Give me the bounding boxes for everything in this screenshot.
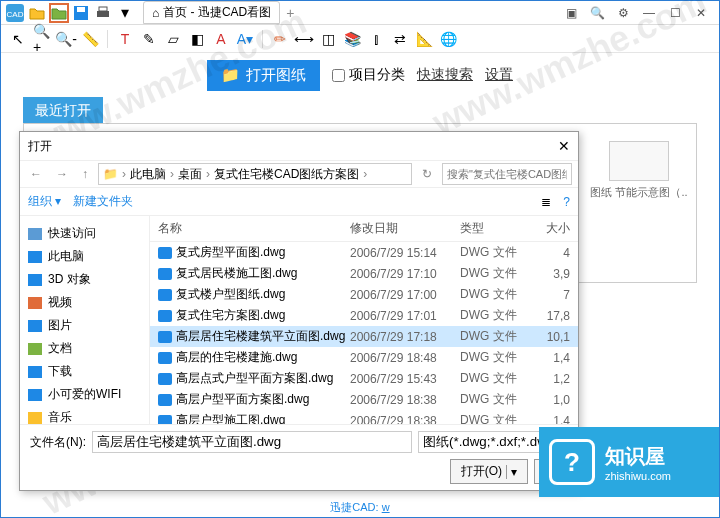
dialog-nav: ← → ↑ 📁 › 此电脑 › 桌面 › 复式住宅楼CAD图纸方案图 › ↻ [20,160,578,188]
col-name[interactable]: 名称 [158,220,350,237]
open-button[interactable]: 打开(O)▾ [450,459,528,484]
file-type: DWG 文件 [460,244,530,261]
file-name: 高层户型施工图.dwg [176,412,350,424]
file-row[interactable]: 复式居民楼施工图.dwg2006/7/29 17:10DWG 文件3,9 [150,263,578,284]
refresh-icon[interactable]: ↻ [418,165,436,183]
open-file-icon[interactable] [27,3,47,23]
dialog-titlebar: 打开 ✕ [20,132,578,160]
file-type: DWG 文件 [460,349,530,366]
quick-access-toolbar: CAD ▾ [5,3,135,23]
app-icon[interactable]: CAD [5,3,25,23]
sidebar-item[interactable]: 音乐 [24,406,145,424]
folder-icon [28,297,42,309]
file-row[interactable]: 复式住宅方案图.dwg2006/7/29 17:01DWG 文件17,8 [150,305,578,326]
text-icon[interactable]: T [116,30,134,48]
dropdown-icon[interactable]: ▾ [115,3,135,23]
convert-icon[interactable]: ⇄ [391,30,409,48]
sidebar-item[interactable]: 快速访问 [24,222,145,245]
dwg-icon [158,331,172,343]
right-thumbnail[interactable]: 图纸 节能示意图（.. [589,141,689,200]
file-name: 复式住宅方案图.dwg [176,307,350,324]
sidebar-item-label: 3D 对象 [48,271,91,288]
col-size[interactable]: 大小 [530,220,570,237]
credit-link[interactable]: w [382,501,390,513]
category-checkbox[interactable]: 项目分类 [332,66,405,84]
open-drawing-icon[interactable] [49,3,69,23]
sidebar-item[interactable]: 文档 [24,337,145,360]
file-date: 2006/7/29 18:38 [350,414,460,425]
folder-icon [28,389,42,401]
svg-rect-3 [77,7,85,12]
eraser-icon[interactable]: ◫ [319,30,337,48]
sidebar-item[interactable]: 图片 [24,314,145,337]
file-row[interactable]: 复式房型平面图.dwg2006/7/29 15:14DWG 文件4 [150,242,578,263]
annotate-icon[interactable]: ✎ [140,30,158,48]
file-name: 复式居民楼施工图.dwg [176,265,350,282]
view-mode-icon[interactable]: ≣ [541,195,551,209]
ruler-icon[interactable]: 📐 [415,30,433,48]
quick-search-link[interactable]: 快速搜索 [417,66,473,84]
file-row[interactable]: 高层户型平面方案图.dwg2006/7/29 18:38DWG 文件1,0 [150,389,578,410]
file-date: 2006/7/29 17:10 [350,267,460,281]
col-type[interactable]: 类型 [460,220,530,237]
home-icon: ⌂ [152,6,159,20]
layers-icon[interactable]: 📚 [343,30,361,48]
search-input[interactable] [442,163,572,185]
new-folder-button[interactable]: 新建文件夹 [73,193,133,210]
skin-icon[interactable]: ▣ [563,6,579,20]
filename-input[interactable] [92,431,412,453]
print-icon[interactable] [93,3,113,23]
zoom-out-icon[interactable]: 🔍- [57,30,75,48]
nav-forward-icon[interactable]: → [52,165,72,183]
dialog-footer: 文件名(N): 打开(O)▾ 取 [20,424,578,490]
file-row[interactable]: 高层居住宅楼建筑平立面图.dwg2006/7/29 17:18DWG 文件10,… [150,326,578,347]
col-date[interactable]: 修改日期 [350,220,460,237]
separator [107,30,108,48]
file-type: DWG 文件 [460,370,530,387]
dialog-sidebar: 快速访问此电脑3D 对象视频图片文档下载小可爱的WIFI音乐桌面 [20,216,150,424]
credit-bar: 迅捷CAD: w [1,500,719,515]
sidebar-item[interactable]: 视频 [24,291,145,314]
svg-rect-4 [97,11,109,17]
dwg-icon [158,394,172,406]
dwg-icon [158,268,172,280]
breadcrumb-seg[interactable]: 此电脑 [130,166,166,183]
breadcrumb-seg[interactable]: 桌面 [178,166,202,183]
file-size: 1,4 [530,414,570,425]
file-size: 10,1 [530,330,570,344]
folder-icon [28,228,42,240]
sidebar-item[interactable]: 下载 [24,360,145,383]
file-date: 2006/7/29 17:00 [350,288,460,302]
save-icon[interactable] [71,3,91,23]
zoom-in-icon[interactable]: 🔍+ [33,30,51,48]
sidebar-item-label: 下载 [48,363,72,380]
measure-icon[interactable]: 📏 [81,30,99,48]
breadcrumb-seg[interactable]: 复式住宅楼CAD图纸方案图 [214,166,359,183]
file-row[interactable]: 复式楼户型图纸.dwg2006/7/29 17:00DWG 文件7 [150,284,578,305]
nav-up-icon[interactable]: ↑ [78,165,92,183]
globe-icon[interactable]: 🌐 [439,30,457,48]
sidebar-item[interactable]: 小可爱的WIFI [24,383,145,406]
nav-back-icon[interactable]: ← [26,165,46,183]
pointer-icon[interactable]: ↖ [9,30,27,48]
sidebar-item[interactable]: 3D 对象 [24,268,145,291]
brand-icon: ? [549,439,595,485]
file-row[interactable]: 高层点式户型平面方案图.dwg2006/7/29 15:43DWG 文件1,2 [150,368,578,389]
app-window: CAD ▾ ⌂ 首页 - 迅捷CAD看图 + ▣ 🔍 ⚙ — ☐ ✕ ↖ 🔍+ … [0,0,720,518]
file-size: 3,9 [530,267,570,281]
dialog-close-icon[interactable]: ✕ [558,138,570,154]
search-icon[interactable]: 🔍 [589,6,605,20]
compare-icon[interactable]: ⫿ [367,30,385,48]
dialog-toolbar: 组织 ▾ 新建文件夹 ≣ ? [20,188,578,216]
help-icon[interactable]: ? [563,195,570,209]
area-icon[interactable]: ▱ [164,30,182,48]
category-check-input[interactable] [332,69,345,82]
folder-icon [28,366,42,378]
organize-button[interactable]: 组织 ▾ [28,193,61,210]
dwg-icon [158,415,172,425]
thumb-caption: 图纸 节能示意图（.. [589,185,689,200]
sidebar-item[interactable]: 此电脑 [24,245,145,268]
file-row[interactable]: 高层户型施工图.dwg2006/7/29 18:38DWG 文件1,4 [150,410,578,424]
breadcrumb[interactable]: 📁 › 此电脑 › 桌面 › 复式住宅楼CAD图纸方案图 › [98,163,412,185]
file-row[interactable]: 高层的住宅楼建施.dwg2006/7/29 18:48DWG 文件1,4 [150,347,578,368]
